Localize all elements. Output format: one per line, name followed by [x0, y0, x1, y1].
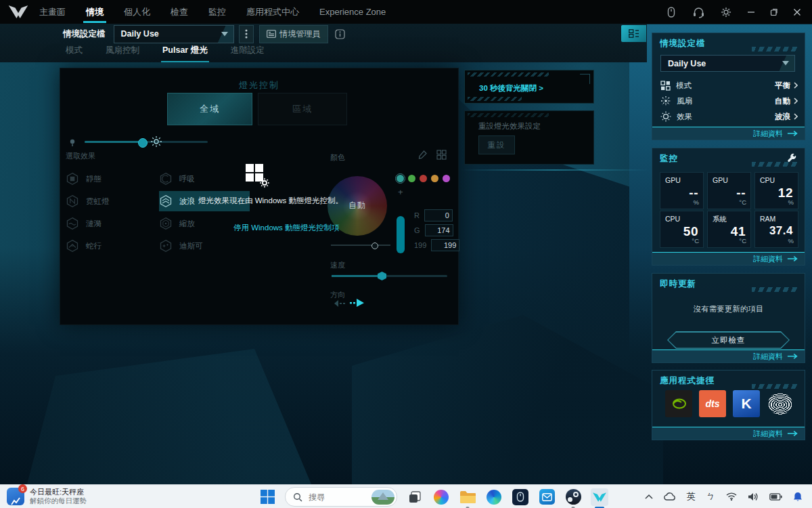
updates-details-link[interactable]: 詳細資料: [652, 350, 805, 362]
swatch-orange[interactable]: [431, 175, 438, 182]
nav-scenario[interactable]: 情境: [85, 0, 105, 24]
outlook-button[interactable]: [538, 488, 556, 506]
brightness-slider[interactable]: [85, 141, 208, 143]
swatch-green[interactable]: [408, 175, 415, 182]
disable-dynamic-lighting-link[interactable]: 停用 Windows 動態燈光控制項: [233, 223, 340, 233]
ime-mode-indicator[interactable]: ㄅ: [706, 490, 715, 503]
backlight-timeout-card[interactable]: 30 秒後背光關閉 >: [464, 70, 594, 104]
maximize-button[interactable]: [770, 8, 778, 16]
nav-app-center[interactable]: 應用程式中心: [245, 0, 300, 24]
monitor-tile-gpu-temp: GPU--°C: [707, 172, 751, 209]
scope-global-button[interactable]: 全域: [167, 93, 252, 125]
minimize-button[interactable]: [747, 8, 755, 16]
predator-sense-button[interactable]: [591, 488, 608, 506]
mouse-icon[interactable]: [665, 6, 677, 18]
headset-icon[interactable]: [692, 6, 705, 18]
nav-personalization[interactable]: 個人化: [122, 0, 152, 24]
copilot-button[interactable]: [432, 488, 450, 506]
steam-button[interactable]: [564, 488, 582, 506]
effect-label: 蛇行: [86, 241, 102, 251]
coil-app-shortcut[interactable]: [767, 390, 794, 417]
reset-button[interactable]: 重設: [478, 135, 515, 154]
effect-static[interactable]: 靜態: [66, 169, 158, 189]
palette-grid-icon[interactable]: [436, 150, 447, 160]
eyedropper-icon[interactable]: [418, 150, 428, 160]
shortcuts-details-link[interactable]: 詳細資料: [652, 427, 805, 440]
effect-neon[interactable]: 霓虹燈: [66, 191, 158, 211]
volume-icon[interactable]: [748, 492, 759, 501]
tab-mode[interactable]: 模式: [64, 39, 84, 62]
killer-shortcut[interactable]: K: [733, 390, 760, 417]
widgets-button[interactable]: 6 今日最旺:天秤座 解鎖你的每日運勢: [7, 488, 87, 506]
ime-language-indicator[interactable]: 英: [687, 490, 696, 503]
effect-snake[interactable]: 蛇行: [66, 236, 158, 256]
sidebar-profile-dropdown[interactable]: Daily Use: [660, 55, 795, 72]
swatch-magenta[interactable]: [443, 175, 450, 182]
tab-advanced[interactable]: 進階設定: [229, 39, 266, 62]
effect-list-right: 呼吸 波浪 縮放 迪斯可: [159, 169, 250, 256]
task-view-button[interactable]: [406, 488, 424, 506]
gear-icon: [259, 177, 270, 188]
scenario-manager-button[interactable]: 情境管理員: [259, 25, 328, 43]
windows-taskbar: 6 今日最旺:天秤座 解鎖你的每日運勢: [0, 484, 812, 508]
r-value-field[interactable]: 0: [424, 209, 453, 221]
add-swatch-button[interactable]: +: [398, 187, 403, 197]
b-value-field[interactable]: 199: [431, 239, 459, 251]
details-label: 詳細資料: [753, 129, 783, 139]
search-highlight-thumbnail[interactable]: [371, 490, 394, 505]
effect-label: 波浪: [179, 196, 195, 207]
nav-home[interactable]: 主畫面: [38, 0, 67, 24]
search-icon: [293, 492, 302, 502]
nav-checkup[interactable]: 檢查: [169, 0, 189, 24]
scope-zone-button[interactable]: 區域: [258, 93, 347, 125]
sidebar-toggle-button[interactable]: [621, 25, 646, 42]
tray-chevron-up[interactable]: [645, 494, 653, 499]
color-preview-bar[interactable]: [397, 216, 405, 253]
sidebar-row-mode[interactable]: 模式 平衡: [660, 78, 798, 93]
start-button[interactable]: [258, 488, 276, 506]
onedrive-icon[interactable]: [664, 492, 676, 501]
effect-disco[interactable]: 迪斯可: [159, 236, 250, 256]
info-icon[interactable]: [335, 29, 345, 39]
swatch-teal[interactable]: [397, 175, 404, 182]
nav-monitoring[interactable]: 監控: [207, 0, 227, 24]
effect-ripple[interactable]: 漣漪: [66, 213, 158, 234]
hue-slider[interactable]: [331, 245, 390, 246]
nvidia-shortcut[interactable]: [665, 390, 692, 417]
wifi-icon[interactable]: [726, 492, 737, 501]
g-value-field[interactable]: 174: [425, 224, 453, 236]
sidebar-row-effect[interactable]: 效果 波浪: [660, 109, 798, 124]
close-button[interactable]: [793, 8, 801, 16]
effect-disco-icon: [159, 239, 173, 253]
predator-mouse-app-button[interactable]: [512, 488, 529, 506]
brightness-slider-handle[interactable]: [138, 138, 148, 148]
edge-button[interactable]: [485, 488, 503, 506]
speed-slider[interactable]: [332, 275, 447, 277]
search-input[interactable]: [307, 492, 363, 503]
lighting-control-panel: 燈光控制 全域 區域 選取效果 靜態 霓虹燈: [60, 68, 459, 325]
check-now-label: 立即檢查: [669, 333, 789, 348]
monitoring-details-link[interactable]: 詳細資料: [652, 252, 805, 265]
direction-right-button[interactable]: [349, 298, 365, 308]
effect-breathing[interactable]: 呼吸: [159, 169, 250, 189]
direction-left-button[interactable]: [333, 299, 346, 308]
tab-fan-control[interactable]: 風扇控制: [104, 39, 141, 62]
profile-details-link[interactable]: 詳細資料: [652, 127, 805, 140]
sidebar-row-fan[interactable]: 風扇 自動: [660, 93, 798, 108]
tab-pulsar-lighting[interactable]: Pulsar 燈光: [161, 39, 209, 62]
shortcuts-header: 應用程式捷徑: [652, 371, 805, 390]
swatch-red[interactable]: [420, 175, 427, 182]
chevron-right-icon: [794, 82, 798, 89]
battery-icon[interactable]: [769, 493, 782, 501]
dts-shortcut[interactable]: dts: [699, 390, 726, 417]
nav-experience-zone[interactable]: Experience Zone: [318, 1, 387, 23]
notification-bell-icon[interactable]: [793, 492, 803, 502]
settings-gear-icon[interactable]: [720, 6, 732, 18]
hue-slider-handle[interactable]: [371, 242, 378, 249]
file-explorer-button[interactable]: [459, 488, 476, 506]
taskbar-search[interactable]: [285, 487, 397, 507]
wrench-icon[interactable]: [787, 153, 796, 163]
sidebar-profile-header: 情境設定檔: [652, 33, 805, 53]
check-now-button[interactable]: 立即檢查: [667, 331, 790, 349]
speed-slider-handle[interactable]: [378, 272, 386, 280]
